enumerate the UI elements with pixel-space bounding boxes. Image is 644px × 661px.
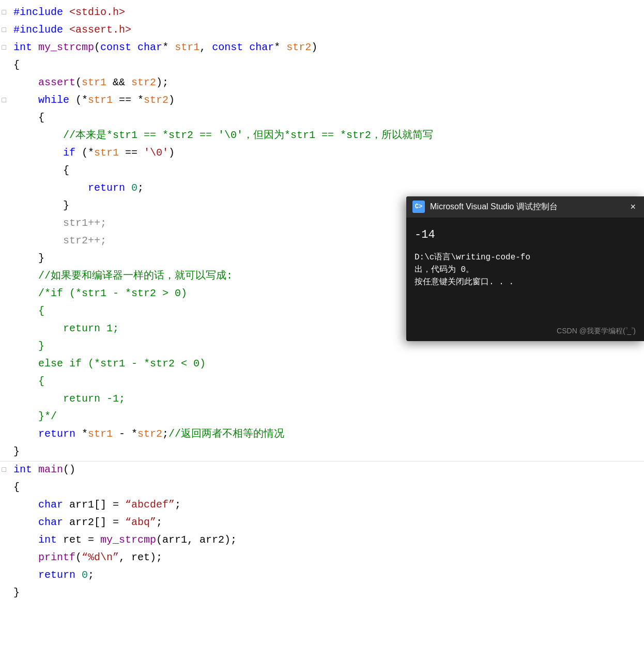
gutter-15: [0, 250, 8, 268]
gutter-26: [0, 443, 8, 461]
code-content-9: if (*str1 == '\0'): [10, 145, 644, 161]
terminal-output-value: -14: [415, 226, 636, 244]
code-content-25: return *str1 - *str2;//返回两者不相等的情况: [10, 426, 644, 442]
gutter-17: [0, 285, 8, 303]
code-line-21: else if (*str1 - *str2 < 0): [0, 356, 644, 373]
code-content-32: printf(“%d\n”, ret);: [10, 549, 644, 565]
code-content-11: return 0;: [10, 180, 644, 196]
code-content-29: char arr1[] = “abcdef”;: [10, 497, 644, 513]
gutter-34: [0, 585, 8, 602]
code-line-11: return 0;: [0, 180, 644, 197]
code-content-26: }: [10, 443, 644, 459]
code-content-10: {: [10, 162, 644, 178]
code-content-21: else if (*str1 - *str2 < 0): [10, 356, 644, 372]
terminal-title-text: Microsoft Visual Studio 调试控制台: [430, 201, 558, 213]
gutter-27: □: [0, 462, 8, 479]
gutter-3: □: [0, 39, 8, 57]
code-line-1: □ #include <stdio.h>: [0, 4, 644, 22]
gutter-16: [0, 268, 8, 285]
code-line-34: }: [0, 585, 644, 602]
terminal-title-left: C> Microsoft Visual Studio 调试控制台: [412, 201, 558, 213]
code-content-34: }: [10, 585, 644, 601]
gutter-25: [0, 426, 8, 443]
code-line-27: □ int main(): [0, 462, 644, 479]
code-content-8: //本来是*str1 == *str2 == '\0'，但因为*str1 == …: [10, 127, 644, 143]
code-content-22: {: [10, 373, 644, 389]
terminal-window: C> Microsoft Visual Studio 调试控制台 × -14 D…: [406, 196, 644, 341]
code-content-28: {: [10, 479, 644, 495]
code-line-4: {: [0, 57, 644, 74]
code-line-23: return -1;: [0, 391, 644, 408]
code-line-31: int ret = my_strcmp(arr1, arr2);: [0, 532, 644, 549]
code-content-24: }*/: [10, 408, 644, 424]
code-content-3: int my_strcmp(const char* str1, const ch…: [10, 39, 644, 55]
gutter-19: [0, 320, 8, 338]
code-line-29: char arr1[] = “abcdef”;: [0, 497, 644, 514]
terminal-body: -14 D:\c语言\writing-code-fo 出，代码为 0。 按任意键…: [406, 218, 644, 331]
code-editor: □ #include <stdio.h> □ #include <assert.…: [0, 0, 644, 661]
code-line-5: assert(str1 && str2);: [0, 74, 644, 92]
terminal-icon: C>: [412, 201, 425, 213]
code-content-33: return 0;: [10, 567, 644, 583]
gutter-4: [0, 57, 8, 74]
gutter-13: [0, 215, 8, 233]
code-line-28: {: [0, 479, 644, 497]
gutter-14: [0, 233, 8, 250]
gutter-6: □: [0, 92, 8, 110]
gutter-2: □: [0, 22, 8, 39]
code-line-7: {: [0, 110, 644, 127]
code-line-2: □ #include <assert.h>: [0, 22, 644, 39]
gutter-8: [0, 127, 8, 145]
gutter-23: [0, 391, 8, 408]
code-line-3: □ int my_strcmp(const char* str1, const …: [0, 39, 644, 57]
code-line-10: {: [0, 162, 644, 180]
code-line-6: □ while (*str1 == *str2): [0, 92, 644, 110]
code-line-9: if (*str1 == '\0'): [0, 145, 644, 162]
gutter-10: [0, 162, 8, 180]
code-line-25: return *str1 - *str2;//返回两者不相等的情况: [0, 426, 644, 443]
gutter-9: [0, 145, 8, 162]
terminal-icon-text: C>: [415, 202, 422, 212]
gutter-11: [0, 180, 8, 197]
code-content-2: #include <assert.h>: [10, 22, 644, 38]
terminal-footer: CSDN @我要学编程(꜄_꜄): [557, 326, 636, 337]
terminal-path: D:\c语言\writing-code-fo 出，代码为 0。 按任意键关闭此窗…: [415, 251, 636, 288]
gutter-24: [0, 408, 8, 426]
code-line-33: return 0;: [0, 567, 644, 585]
gutter-21: [0, 356, 8, 373]
gutter-29: [0, 497, 8, 514]
code-line-22: {: [0, 373, 644, 391]
gutter-30: [0, 514, 8, 532]
code-content-4: {: [10, 57, 644, 73]
terminal-path-line2: 出，代码为 0。: [415, 264, 636, 276]
gutter-7: [0, 110, 8, 127]
code-content-7: {: [10, 110, 644, 126]
terminal-path-line3: 按任意键关闭此窗口. . .: [415, 276, 636, 288]
gutter-20: [0, 338, 8, 356]
gutter-1: □: [0, 4, 8, 22]
gutter-22: [0, 373, 8, 391]
code-line-8: //本来是*str1 == *str2 == '\0'，但因为*str1 == …: [0, 127, 644, 145]
terminal-titlebar: C> Microsoft Visual Studio 调试控制台 ×: [406, 196, 644, 218]
code-content-5: assert(str1 && str2);: [10, 74, 644, 90]
gutter-31: [0, 532, 8, 549]
gutter-5: [0, 74, 8, 92]
gutter-28: [0, 479, 8, 497]
code-line-24: }*/: [0, 408, 644, 426]
code-line-32: printf(“%d\n”, ret);: [0, 549, 644, 567]
gutter-12: [0, 197, 8, 215]
code-line-26: }: [0, 443, 644, 461]
code-content-6: while (*str1 == *str2): [10, 92, 644, 108]
terminal-close-button[interactable]: ×: [628, 202, 638, 211]
code-line-30: char arr2[] = “abq”;: [0, 514, 644, 532]
code-content-27: int main(): [10, 462, 644, 478]
gutter-18: [0, 303, 8, 320]
gutter-33: [0, 567, 8, 585]
gutter-32: [0, 549, 8, 567]
code-content-31: int ret = my_strcmp(arr1, arr2);: [10, 532, 644, 548]
terminal-path-line1: D:\c语言\writing-code-fo: [415, 251, 636, 264]
code-content-30: char arr2[] = “abq”;: [10, 514, 644, 530]
code-content-1: #include <stdio.h>: [10, 4, 644, 20]
code-content-23: return -1;: [10, 391, 644, 407]
